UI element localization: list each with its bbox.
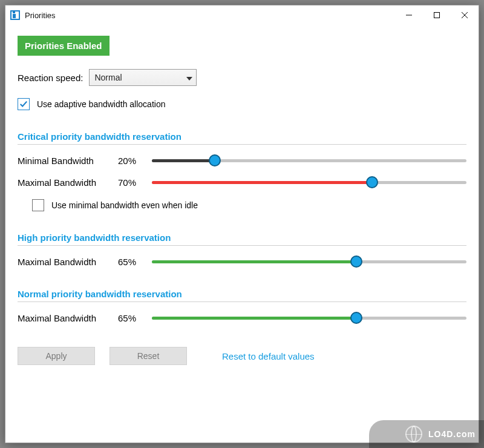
reaction-speed-select[interactable]: Normal	[89, 69, 197, 86]
svg-rect-2	[13, 11, 15, 13]
section-normal-title: Normal priority bandwidth reservation	[18, 289, 466, 302]
app-icon	[10, 10, 20, 20]
high-max-slider[interactable]	[152, 255, 466, 268]
chevron-down-icon	[186, 73, 192, 82]
idle-bandwidth-row: Use minimal bandwidth even when idle	[32, 199, 466, 211]
high-max-row: Maximal Bandwidth 65%	[18, 255, 466, 268]
high-max-label: Maximal Bandwidth	[18, 257, 114, 267]
normal-max-label: Maximal Bandwidth	[18, 313, 114, 323]
watermark-text: LO4D.com	[428, 429, 476, 439]
window-title: Priorities	[25, 11, 56, 20]
reset-defaults-link[interactable]: Reset to default values	[222, 351, 315, 361]
titlebar: Priorities	[5, 5, 479, 25]
reaction-speed-value: Normal	[94, 73, 122, 82]
normal-max-row: Maximal Bandwidth 65%	[18, 312, 466, 324]
svg-rect-3	[434, 13, 440, 18]
critical-max-label: Maximal Bandwidth	[18, 177, 114, 188]
adaptive-bandwidth-checkbox[interactable]	[18, 98, 30, 110]
critical-max-value: 70%	[118, 177, 148, 188]
watermark: LO4D.com	[369, 420, 484, 448]
svg-rect-1	[13, 14, 16, 18]
idle-bandwidth-checkbox[interactable]	[32, 199, 44, 211]
critical-min-slider[interactable]	[152, 154, 466, 166]
critical-min-label: Minimal Bandwidth	[18, 156, 114, 166]
adaptive-bandwidth-label: Use adaptive bandwidth allocation	[37, 99, 165, 109]
high-max-value: 65%	[118, 257, 148, 267]
action-button-row: Apply Reset Reset to default values	[18, 347, 466, 365]
critical-min-value: 20%	[118, 156, 148, 166]
maximize-button[interactable]	[423, 5, 451, 25]
reaction-speed-row: Reaction speed: Normal	[18, 69, 466, 86]
section-critical-title: Critical priority bandwidth reservation	[18, 131, 466, 145]
reset-button[interactable]: Reset	[110, 347, 187, 365]
reaction-speed-label: Reaction speed:	[18, 73, 83, 83]
content-area: Priorities Enabled Reaction speed: Norma…	[5, 25, 479, 443]
apply-button[interactable]: Apply	[18, 347, 95, 365]
section-high-title: High priority bandwidth reservation	[18, 232, 466, 246]
normal-max-slider[interactable]	[152, 312, 466, 324]
minimize-button[interactable]	[395, 5, 423, 25]
critical-max-slider[interactable]	[152, 176, 466, 188]
app-window: Priorities Priorities Enabled Reaction s…	[5, 5, 479, 443]
normal-max-value: 65%	[118, 313, 148, 323]
priorities-enabled-badge: Priorities Enabled	[18, 36, 110, 56]
close-button[interactable]	[451, 5, 479, 25]
critical-min-row: Minimal Bandwidth 20%	[18, 154, 466, 166]
idle-bandwidth-label: Use minimal bandwidth even when idle	[51, 200, 198, 210]
adaptive-bandwidth-row: Use adaptive bandwidth allocation	[18, 98, 466, 110]
globe-icon	[405, 426, 422, 443]
critical-max-row: Maximal Bandwidth 70%	[18, 176, 466, 188]
